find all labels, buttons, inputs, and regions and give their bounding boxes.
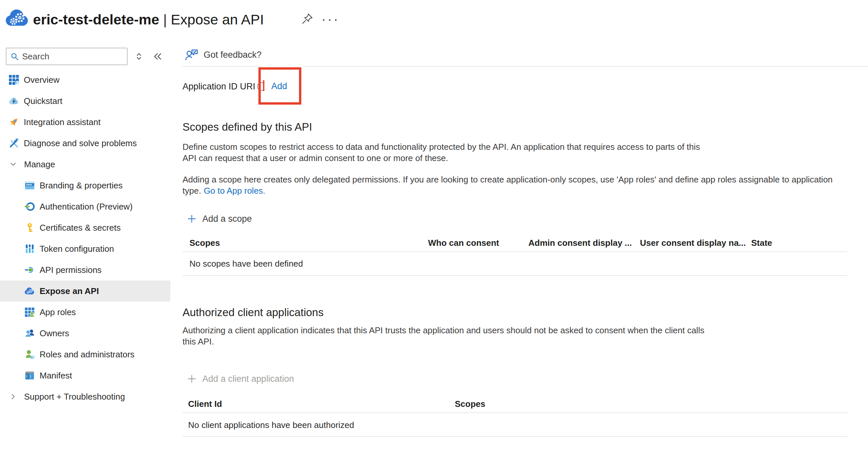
column-header: Admin consent display ... (528, 238, 640, 248)
search-box (6, 48, 127, 65)
add-a-client-application-label: Add a client application (202, 374, 294, 384)
scopes-description: Define custom scopes to restrict access … (183, 141, 847, 164)
integration-assistant-icon (8, 117, 19, 127)
reorder-updown-icon[interactable] (134, 52, 144, 61)
sidebar-item-label: Branding & properties (40, 181, 122, 191)
app-roles-icon (24, 307, 35, 318)
column-header: State (751, 238, 847, 248)
sidebar-nav: OverviewQuickstartIntegration assistantD… (0, 69, 170, 407)
chevron-down-icon (9, 160, 17, 168)
sidebar-item-label: Roles and administrators (40, 350, 135, 360)
sidebar-item-authentication-preview[interactable]: Authentication (Preview) (0, 196, 170, 217)
sidebar-item-support-troubleshooting[interactable]: Support + Troubleshooting (0, 386, 170, 407)
go-to-app-roles-link[interactable]: Go to App roles. (204, 186, 265, 196)
sidebar-item-label: Manage (24, 159, 55, 170)
sidebar-item-label: Authentication (Preview) (40, 202, 133, 212)
plus-icon (187, 214, 197, 224)
feedback-icon (185, 48, 199, 62)
api-permissions-icon (24, 265, 35, 275)
sidebar-item-label: App roles (40, 307, 76, 318)
authentication-icon (24, 201, 35, 212)
column-header: Who can consent (428, 238, 528, 248)
column-header: Client Id (183, 399, 455, 409)
plus-icon (187, 374, 197, 384)
app-cloud-logo-icon (5, 5, 30, 30)
overview-icon (8, 74, 19, 85)
toolbar-divider (183, 66, 262, 67)
diagnose-icon (8, 138, 19, 149)
clients-empty-state: No client applications have been authori… (183, 414, 847, 437)
scopes-table-header: ScopesWho can consentAdmin consent displ… (183, 234, 847, 252)
more-options-button[interactable]: ··· (321, 12, 340, 26)
sidebar-item-label: Owners (40, 328, 69, 338)
sidebar-item-label: Certificates & secrets (40, 223, 121, 233)
blade-title: Expose an API (171, 11, 264, 27)
sidebar-item-branding-properties[interactable]: Branding & properties (0, 175, 170, 196)
application-id-uri-label: Application ID URI (183, 81, 255, 92)
annotation-highlight-box (258, 67, 301, 105)
clients-section-title: Authorized client applications (183, 306, 323, 319)
search-input[interactable] (22, 48, 125, 64)
sidebar-item-integration-assistant[interactable]: Integration assistant (0, 111, 170, 133)
sidebar-item-certificates-secrets[interactable]: Certificates & secrets (0, 217, 170, 238)
sidebar-item-label: Expose an API (40, 286, 99, 296)
column-header: Scopes (455, 399, 847, 409)
manifest-icon (24, 370, 35, 381)
add-a-client-application-button[interactable]: Add a client application (187, 373, 294, 385)
expose-api-icon (24, 286, 35, 296)
roles-administrators-icon (24, 349, 35, 360)
sidebar-item-manage[interactable]: Manage (0, 154, 170, 175)
pushpin-icon[interactable] (301, 12, 313, 25)
add-a-scope-button[interactable]: Add a scope (187, 213, 252, 225)
sidebar-item-label: Overview (24, 75, 59, 85)
got-feedback-button[interactable]: Got feedback? (185, 48, 262, 62)
scopes-note-text: Adding a scope here creates only delegat… (183, 174, 833, 196)
sidebar-item-quickstart[interactable]: Quickstart (0, 90, 170, 111)
sidebar-item-owners[interactable]: Owners (0, 323, 170, 344)
sidebar-item-overview[interactable]: Overview (0, 69, 170, 90)
got-feedback-label: Got feedback? (204, 50, 262, 60)
scopes-section-title: Scopes defined by this API (183, 121, 312, 133)
add-a-scope-label: Add a scope (202, 214, 252, 224)
sidebar-item-label: API permissions (40, 265, 102, 275)
sidebar-item-app-roles[interactable]: App roles (0, 302, 170, 323)
title-separator: | (159, 11, 170, 27)
search-icon (10, 52, 19, 61)
column-header: Scopes (183, 238, 428, 248)
sidebar-item-label: Quickstart (24, 96, 62, 106)
quickstart-icon (8, 96, 19, 106)
sidebar-item-label: Integration assistant (24, 117, 101, 127)
sidebar-item-label: Token configuration (40, 244, 114, 254)
sidebar-item-token-configuration[interactable]: Token configuration (0, 238, 170, 259)
owners-icon (24, 328, 35, 338)
app-name: eric-test-delete-me (33, 11, 159, 27)
sidebar-item-label: Manifest (40, 370, 72, 381)
sidebar-item-expose-an-api[interactable]: Expose an API (0, 281, 170, 302)
clients-table-header: Client IdScopes (183, 395, 847, 413)
sidebar-item-manifest[interactable]: Manifest (0, 365, 170, 386)
sidebar-item-roles-and-administrators[interactable]: Roles and administrators (0, 344, 170, 365)
sidebar-item-api-permissions[interactable]: API permissions (0, 259, 170, 281)
chevron-right-icon (9, 393, 17, 401)
toolbar-divider (304, 66, 868, 67)
sidebar-item-diagnose-and-solve-problems[interactable]: Diagnose and solve problems (0, 133, 170, 154)
scopes-note: Adding a scope here creates only delegat… (183, 174, 847, 196)
scopes-empty-state: No scopes have been defined (183, 252, 847, 276)
sidebar-item-label: Diagnose and solve problems (24, 138, 137, 149)
branding-icon (24, 180, 35, 191)
certificates-icon (24, 222, 35, 233)
token-configuration-icon (24, 243, 35, 254)
sidebar-item-label: Support + Troubleshooting (24, 392, 125, 402)
collapse-sidebar-icon[interactable] (152, 51, 164, 62)
column-header: User consent display na... (640, 238, 751, 248)
page-title: eric-test-delete-me|Expose an API (33, 10, 264, 29)
clients-description: Authorizing a client application indicat… (183, 325, 847, 347)
